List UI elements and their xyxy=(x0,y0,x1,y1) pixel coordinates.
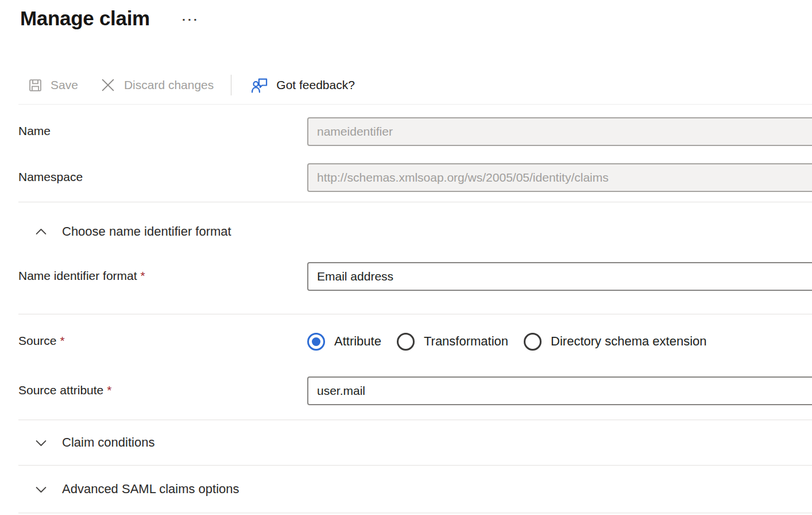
save-button[interactable]: Save xyxy=(28,78,78,93)
section-title: Claim conditions xyxy=(62,435,154,450)
section-separator xyxy=(18,513,812,513)
section-choose-name-identifier-format[interactable]: Choose name identifier format xyxy=(18,222,812,241)
chevron-up-icon xyxy=(33,224,49,240)
manage-claim-page: Manage claim ··· Save Discard changes xyxy=(0,0,812,513)
required-asterisk: * xyxy=(107,383,111,397)
radio-selected-icon xyxy=(307,333,325,351)
page-title: Manage claim xyxy=(20,5,150,32)
section-advanced-saml-claims-options[interactable]: Advanced SAML claims options xyxy=(18,479,812,499)
source-attribute-input[interactable] xyxy=(307,376,812,405)
source-radio-group: Attribute Transformation Directory schem… xyxy=(307,327,812,356)
page-header: Manage claim ··· xyxy=(18,0,812,32)
section-separator xyxy=(18,314,812,314)
got-feedback-label: Got feedback? xyxy=(276,78,355,92)
radio-label: Directory schema extension xyxy=(551,334,706,349)
name-identifier-format-dropdown[interactable]: Email address xyxy=(307,262,812,291)
section-claim-conditions[interactable]: Claim conditions xyxy=(18,433,812,452)
name-identifier-format-label: Name identifier format* xyxy=(18,262,307,283)
source-label: Source* xyxy=(18,327,307,348)
radio-option-attribute[interactable]: Attribute xyxy=(307,333,381,351)
radio-label: Attribute xyxy=(334,334,381,349)
required-asterisk: * xyxy=(141,269,145,282)
radio-option-directory-schema-extension[interactable]: Directory schema extension xyxy=(524,333,706,351)
name-identifier-format-row: Name identifier format* Email address xyxy=(18,262,812,291)
radio-unselected-icon xyxy=(397,333,415,351)
section-separator xyxy=(18,202,812,202)
section-separator xyxy=(18,465,812,466)
discard-changes-label: Discard changes xyxy=(124,78,214,92)
namespace-row: Namespace xyxy=(18,163,812,192)
feedback-person-icon xyxy=(251,76,269,94)
radio-label: Transformation xyxy=(424,334,508,349)
name-row: Name xyxy=(18,117,812,146)
save-floppy-icon xyxy=(28,78,43,93)
toolbar-separator xyxy=(18,104,812,105)
name-label: Name xyxy=(18,117,307,138)
section-title: Choose name identifier format xyxy=(62,224,231,239)
command-bar: Save Discard changes Got feedback? xyxy=(18,72,812,98)
source-attribute-label: Source attribute* xyxy=(18,376,307,397)
source-row: Source* Attribute Transformation Directo… xyxy=(18,327,812,356)
discard-x-icon xyxy=(99,76,117,94)
required-asterisk: * xyxy=(60,334,65,347)
save-label: Save xyxy=(51,78,78,92)
chevron-down-icon xyxy=(33,482,49,497)
context-menu-ellipsis-icon[interactable]: ··· xyxy=(182,10,199,26)
toolbar-divider xyxy=(231,75,231,95)
got-feedback-button[interactable]: Got feedback? xyxy=(251,76,355,94)
discard-changes-button[interactable]: Discard changes xyxy=(99,76,214,94)
namespace-input xyxy=(307,163,812,192)
source-attribute-row: Source attribute* xyxy=(18,376,812,405)
radio-unselected-icon xyxy=(524,333,542,351)
namespace-label: Namespace xyxy=(18,163,307,184)
chevron-down-icon xyxy=(33,435,49,451)
section-separator xyxy=(18,420,812,420)
section-title: Advanced SAML claims options xyxy=(62,482,239,497)
name-input xyxy=(307,117,812,146)
radio-option-transformation[interactable]: Transformation xyxy=(397,333,508,351)
